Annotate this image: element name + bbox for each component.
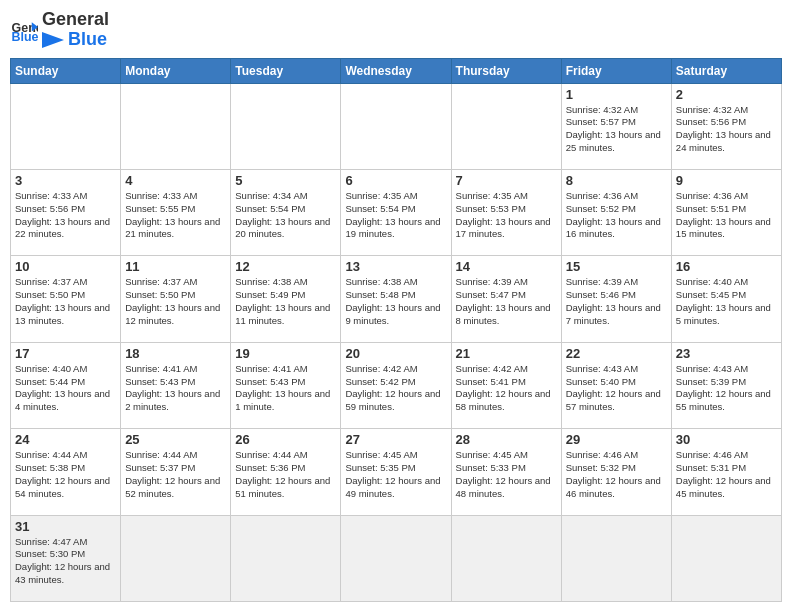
day-info: Sunrise: 4:42 AM Sunset: 5:41 PM Dayligh… [456,363,557,414]
day-info: Sunrise: 4:33 AM Sunset: 5:55 PM Dayligh… [125,190,226,241]
day-number: 14 [456,259,557,274]
calendar-cell: 30Sunrise: 4:46 AM Sunset: 5:31 PM Dayli… [671,429,781,515]
day-info: Sunrise: 4:42 AM Sunset: 5:42 PM Dayligh… [345,363,446,414]
day-number: 1 [566,87,667,102]
calendar-cell: 9Sunrise: 4:36 AM Sunset: 5:51 PM Daylig… [671,169,781,255]
calendar-cell [561,515,671,601]
weekday-header-row: SundayMondayTuesdayWednesdayThursdayFrid… [11,58,782,83]
day-info: Sunrise: 4:36 AM Sunset: 5:52 PM Dayligh… [566,190,667,241]
calendar-cell: 8Sunrise: 4:36 AM Sunset: 5:52 PM Daylig… [561,169,671,255]
day-info: Sunrise: 4:45 AM Sunset: 5:35 PM Dayligh… [345,449,446,500]
calendar-cell: 5Sunrise: 4:34 AM Sunset: 5:54 PM Daylig… [231,169,341,255]
weekday-header-saturday: Saturday [671,58,781,83]
weekday-header-sunday: Sunday [11,58,121,83]
day-info: Sunrise: 4:36 AM Sunset: 5:51 PM Dayligh… [676,190,777,241]
day-number: 28 [456,432,557,447]
calendar-cell: 20Sunrise: 4:42 AM Sunset: 5:42 PM Dayli… [341,342,451,428]
day-info: Sunrise: 4:37 AM Sunset: 5:50 PM Dayligh… [15,276,116,327]
calendar-cell: 1Sunrise: 4:32 AM Sunset: 5:57 PM Daylig… [561,83,671,169]
week-row-0: 1Sunrise: 4:32 AM Sunset: 5:57 PM Daylig… [11,83,782,169]
day-number: 29 [566,432,667,447]
calendar-cell [671,515,781,601]
svg-marker-3 [42,32,64,48]
day-info: Sunrise: 4:33 AM Sunset: 5:56 PM Dayligh… [15,190,116,241]
day-number: 31 [15,519,116,534]
calendar-cell [231,83,341,169]
logo-blue: Blue [42,30,109,50]
day-number: 22 [566,346,667,361]
day-info: Sunrise: 4:34 AM Sunset: 5:54 PM Dayligh… [235,190,336,241]
calendar-cell [341,515,451,601]
week-row-5: 31Sunrise: 4:47 AM Sunset: 5:30 PM Dayli… [11,515,782,601]
day-number: 16 [676,259,777,274]
calendar-cell [121,83,231,169]
calendar-cell: 11Sunrise: 4:37 AM Sunset: 5:50 PM Dayli… [121,256,231,342]
calendar-cell: 17Sunrise: 4:40 AM Sunset: 5:44 PM Dayli… [11,342,121,428]
day-info: Sunrise: 4:32 AM Sunset: 5:56 PM Dayligh… [676,104,777,155]
header: General Blue General Blue [10,10,782,50]
calendar-cell: 2Sunrise: 4:32 AM Sunset: 5:56 PM Daylig… [671,83,781,169]
day-number: 3 [15,173,116,188]
day-number: 4 [125,173,226,188]
calendar-cell: 10Sunrise: 4:37 AM Sunset: 5:50 PM Dayli… [11,256,121,342]
day-info: Sunrise: 4:32 AM Sunset: 5:57 PM Dayligh… [566,104,667,155]
day-number: 13 [345,259,446,274]
day-number: 6 [345,173,446,188]
calendar-cell [451,83,561,169]
calendar-cell: 23Sunrise: 4:43 AM Sunset: 5:39 PM Dayli… [671,342,781,428]
day-number: 7 [456,173,557,188]
day-number: 10 [15,259,116,274]
day-info: Sunrise: 4:46 AM Sunset: 5:31 PM Dayligh… [676,449,777,500]
calendar-cell [11,83,121,169]
day-number: 2 [676,87,777,102]
weekday-header-thursday: Thursday [451,58,561,83]
calendar-cell: 15Sunrise: 4:39 AM Sunset: 5:46 PM Dayli… [561,256,671,342]
calendar-cell: 28Sunrise: 4:45 AM Sunset: 5:33 PM Dayli… [451,429,561,515]
calendar-cell: 29Sunrise: 4:46 AM Sunset: 5:32 PM Dayli… [561,429,671,515]
day-info: Sunrise: 4:39 AM Sunset: 5:47 PM Dayligh… [456,276,557,327]
day-info: Sunrise: 4:45 AM Sunset: 5:33 PM Dayligh… [456,449,557,500]
day-number: 19 [235,346,336,361]
logo: General Blue General Blue [10,10,109,50]
calendar-cell: 27Sunrise: 4:45 AM Sunset: 5:35 PM Dayli… [341,429,451,515]
day-number: 8 [566,173,667,188]
day-info: Sunrise: 4:44 AM Sunset: 5:38 PM Dayligh… [15,449,116,500]
calendar-cell: 26Sunrise: 4:44 AM Sunset: 5:36 PM Dayli… [231,429,341,515]
day-info: Sunrise: 4:38 AM Sunset: 5:49 PM Dayligh… [235,276,336,327]
calendar-cell: 19Sunrise: 4:41 AM Sunset: 5:43 PM Dayli… [231,342,341,428]
calendar-cell: 6Sunrise: 4:35 AM Sunset: 5:54 PM Daylig… [341,169,451,255]
day-number: 9 [676,173,777,188]
day-info: Sunrise: 4:44 AM Sunset: 5:36 PM Dayligh… [235,449,336,500]
day-info: Sunrise: 4:47 AM Sunset: 5:30 PM Dayligh… [15,536,116,587]
day-number: 21 [456,346,557,361]
day-number: 25 [125,432,226,447]
calendar-cell: 24Sunrise: 4:44 AM Sunset: 5:38 PM Dayli… [11,429,121,515]
day-info: Sunrise: 4:41 AM Sunset: 5:43 PM Dayligh… [235,363,336,414]
day-info: Sunrise: 4:41 AM Sunset: 5:43 PM Dayligh… [125,363,226,414]
day-info: Sunrise: 4:38 AM Sunset: 5:48 PM Dayligh… [345,276,446,327]
day-info: Sunrise: 4:40 AM Sunset: 5:44 PM Dayligh… [15,363,116,414]
day-info: Sunrise: 4:35 AM Sunset: 5:54 PM Dayligh… [345,190,446,241]
calendar-cell: 21Sunrise: 4:42 AM Sunset: 5:41 PM Dayli… [451,342,561,428]
day-info: Sunrise: 4:40 AM Sunset: 5:45 PM Dayligh… [676,276,777,327]
logo-icon: General Blue [10,16,38,44]
day-number: 18 [125,346,226,361]
day-number: 23 [676,346,777,361]
day-info: Sunrise: 4:35 AM Sunset: 5:53 PM Dayligh… [456,190,557,241]
calendar-table: SundayMondayTuesdayWednesdayThursdayFrid… [10,58,782,602]
week-row-4: 24Sunrise: 4:44 AM Sunset: 5:38 PM Dayli… [11,429,782,515]
day-number: 12 [235,259,336,274]
svg-text:Blue: Blue [12,30,38,44]
calendar-cell: 22Sunrise: 4:43 AM Sunset: 5:40 PM Dayli… [561,342,671,428]
week-row-1: 3Sunrise: 4:33 AM Sunset: 5:56 PM Daylig… [11,169,782,255]
calendar-cell: 3Sunrise: 4:33 AM Sunset: 5:56 PM Daylig… [11,169,121,255]
day-info: Sunrise: 4:39 AM Sunset: 5:46 PM Dayligh… [566,276,667,327]
calendar-cell [451,515,561,601]
page: General Blue General Blue [0,0,792,612]
day-number: 15 [566,259,667,274]
day-number: 30 [676,432,777,447]
day-number: 17 [15,346,116,361]
day-number: 11 [125,259,226,274]
calendar-cell: 18Sunrise: 4:41 AM Sunset: 5:43 PM Dayli… [121,342,231,428]
week-row-2: 10Sunrise: 4:37 AM Sunset: 5:50 PM Dayli… [11,256,782,342]
